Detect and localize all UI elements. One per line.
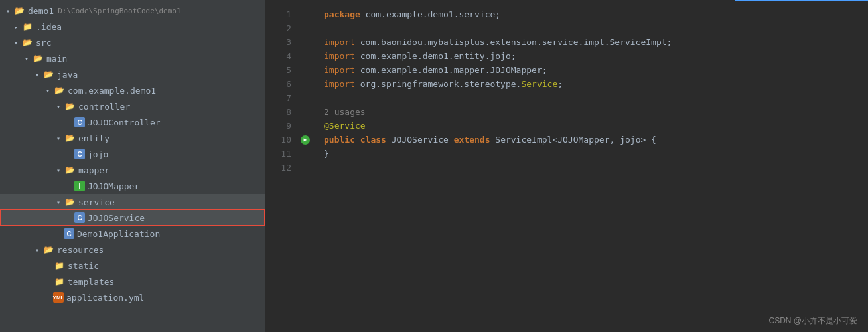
package-folder-icon [53, 85, 65, 96]
java-arrow [32, 71, 42, 78]
file-tree[interactable]: demo1 D:\Code\SpringBootCode\demo1 .idea… [0, 0, 265, 332]
mapper-folder-icon [64, 165, 76, 175]
jojo-controller-label: JOJOController [88, 118, 161, 127]
tree-item-demo1-app[interactable]: C Demo1Application [0, 226, 265, 242]
code-line-12 [324, 161, 857, 175]
tree-item-java[interactable]: java [0, 66, 265, 82]
controller-folder-icon [64, 101, 76, 112]
main-arrow [21, 55, 32, 62]
tree-item-entity[interactable]: entity [0, 130, 265, 146]
gutter [297, 2, 313, 332]
src-label: src [36, 38, 51, 48]
line-numbers: 1 2 3 4 5 6 7 8 9 10 11 12 [265, 2, 297, 332]
tree-item-templates[interactable]: templates [0, 274, 265, 290]
gutter-11 [297, 147, 313, 161]
tree-item-jojo-mapper[interactable]: I JOJOMapper [0, 178, 265, 194]
code-lines[interactable]: package com.example.demo1.service; impor… [313, 2, 868, 332]
demo1-app-label: Demo1Application [77, 229, 160, 239]
templates-label: templates [68, 277, 114, 287]
service-label: service [78, 197, 115, 207]
entity-label: entity [78, 133, 109, 143]
gutter-3 [297, 35, 313, 49]
usages-hint: 2 usages [324, 105, 366, 119]
tree-item-resources[interactable]: resources [0, 242, 265, 258]
java-folder-icon [42, 69, 54, 80]
tree-root[interactable]: demo1 D:\Code\SpringBootCode\demo1 [0, 3, 265, 19]
gutter-1 [297, 7, 313, 21]
tree-item-main[interactable]: main [0, 50, 265, 66]
jojo-service-label: JOJOService [88, 213, 145, 223]
entity-arrow [53, 135, 64, 142]
idea-folder-icon [21, 21, 33, 32]
jojo-icon: C [74, 149, 85, 159]
code-line-7 [324, 91, 857, 105]
tree-item-package[interactable]: com.example.demo1 [0, 82, 265, 98]
run-icon[interactable] [301, 135, 310, 145]
root-folder-icon [13, 5, 25, 16]
code-line-6: import org.springframework.stereotype.Se… [324, 77, 857, 91]
jojo-label: jojo [88, 149, 108, 159]
tree-item-jojo[interactable]: C jojo [0, 146, 265, 162]
controller-arrow [53, 103, 64, 110]
package-arrow [42, 87, 53, 94]
tree-item-idea[interactable]: .idea [0, 19, 265, 35]
code-line-8: 2 usages [324, 105, 857, 119]
static-label: static [68, 261, 99, 271]
templates-folder-icon [53, 276, 65, 287]
tree-item-src[interactable]: src [0, 35, 265, 50]
yaml-icon: YML [53, 292, 64, 303]
jojo-controller-icon: C [74, 117, 85, 127]
root-path: D:\Code\SpringBootCode\demo1 [58, 7, 181, 15]
package-label: com.example.demo1 [68, 86, 156, 96]
code-editor: 1 2 3 4 5 6 7 8 9 10 11 12 [265, 0, 868, 332]
mapper-arrow [53, 167, 64, 174]
jojo-mapper-label: JOJOMapper [88, 181, 139, 191]
tree-item-jojo-controller[interactable]: C JOJOController [0, 114, 265, 130]
static-folder-icon [53, 260, 65, 271]
tree-item-mapper[interactable]: mapper [0, 162, 265, 178]
demo1-app-icon: C [64, 228, 74, 239]
service-folder-icon [64, 197, 76, 207]
gutter-7 [297, 91, 313, 105]
code-line-4: import com.example.demo1.entity.jojo; [324, 49, 857, 63]
mapper-label: mapper [78, 165, 109, 175]
root-arrow [3, 7, 13, 15]
gutter-9 [297, 119, 313, 133]
code-content: 1 2 3 4 5 6 7 8 9 10 11 12 [265, 2, 868, 332]
gutter-4 [297, 49, 313, 63]
yaml-label: application.yml [66, 293, 144, 303]
tree-item-yaml[interactable]: YML application.yml [0, 290, 265, 305]
code-line-10: public class JOJOService extends Service… [324, 133, 857, 147]
gutter-10[interactable] [297, 133, 313, 147]
gutter-6 [297, 77, 313, 91]
code-line-3: import com.baomidou.mybatisplus.extensio… [324, 35, 857, 49]
watermark: CSDN @小卉不是小可爱 [768, 315, 857, 327]
tree-item-service[interactable]: service [0, 194, 265, 210]
main-label: main [46, 54, 67, 64]
tree-item-static[interactable]: static [0, 258, 265, 274]
code-line-2 [324, 21, 857, 35]
resources-folder-icon [42, 244, 54, 255]
gutter-12 [297, 161, 313, 175]
service-arrow [53, 199, 64, 206]
src-arrow [11, 39, 21, 46]
main-folder-icon [32, 53, 44, 64]
root-label: demo1 [28, 6, 54, 16]
jojo-service-icon: C [74, 212, 85, 223]
idea-arrow [11, 23, 21, 31]
controller-label: controller [78, 102, 130, 112]
code-line-11: } [324, 147, 857, 161]
resources-arrow [32, 246, 42, 254]
java-label: java [57, 70, 78, 80]
idea-label: .idea [36, 22, 62, 32]
gutter-5 [297, 63, 313, 77]
tree-item-jojo-service[interactable]: C JOJOService [0, 210, 265, 226]
code-line-9: @Service [324, 119, 857, 133]
entity-folder-icon [64, 133, 76, 143]
resources-label: resources [57, 245, 104, 255]
tree-item-controller[interactable]: controller [0, 98, 265, 114]
gutter-8 [297, 105, 313, 119]
code-line-1: package com.example.demo1.service; [324, 7, 857, 21]
code-line-5: import com.example.demo1.mapper.JOJOMapp… [324, 63, 857, 77]
gutter-2 [297, 21, 313, 35]
